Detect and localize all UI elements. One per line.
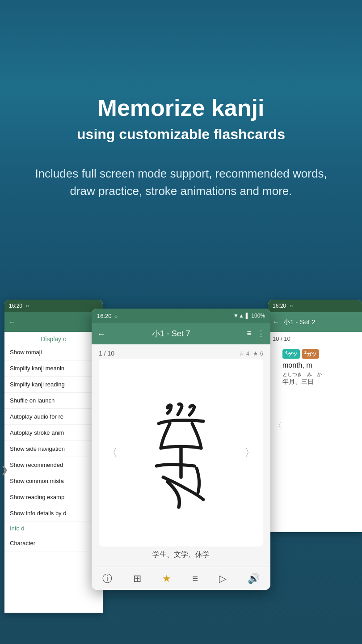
right-toolbar: ← 小1 - Set 2 xyxy=(268,312,362,332)
phone-main: 16:20 ○ ▼▲ ▌ 100% ← 小1 - Set 7 ≡ ⋮ 1 / 1… xyxy=(92,309,270,590)
setting-show-romaji[interactable]: Show romaji xyxy=(4,344,103,360)
setting-recommended[interactable]: Show recommended xyxy=(4,457,103,473)
toolbar-title: 小1 - Set 7 xyxy=(101,328,241,339)
play-nav-icon[interactable]: ▷ xyxy=(219,573,227,585)
main-toolbar: ← 小1 - Set 7 ≡ ⋮ xyxy=(92,323,270,344)
setting-reading-examples[interactable]: Show reading examp xyxy=(4,489,103,505)
status-right: ▼▲ ▌ 100% xyxy=(233,313,265,319)
card-stars: ☆ 4 ★ 6 xyxy=(239,350,263,357)
audio-nav-icon[interactable]: 🔊 xyxy=(248,573,260,585)
left-status-time: 16:20 xyxy=(9,303,22,309)
setting-autoplay-stroke[interactable]: Autoplay stroke anim xyxy=(4,425,103,441)
right-meaning: month, m xyxy=(282,361,353,369)
hero-subtitle: using customizable flashcards xyxy=(77,126,285,143)
info-nav-icon[interactable]: ⓘ xyxy=(102,572,112,585)
nav-next[interactable]: 〉 xyxy=(240,441,260,464)
left-status-icon: ○ xyxy=(26,303,29,309)
right-status-bar: 16:20 ○ xyxy=(268,300,362,312)
list-icon[interactable]: ≡ xyxy=(247,329,252,339)
main-status-time: 16:20 xyxy=(97,313,112,319)
setting-shuffle-launch[interactable]: Shuffle on launch xyxy=(4,393,103,409)
tag-gatsu: 2ガツ xyxy=(302,349,319,359)
tag-getsu: 4ゲツ xyxy=(282,349,300,359)
setting-character[interactable]: Character xyxy=(4,535,103,551)
display-options-title: Display o xyxy=(4,332,103,344)
left-toolbar: ← xyxy=(4,312,103,332)
right-back-icon[interactable]: ← xyxy=(273,318,280,326)
left-status-bar: 16:20 ○ xyxy=(4,300,103,312)
battery-text: 100% xyxy=(251,313,265,319)
vocab-tags: 4ゲツ 2ガツ xyxy=(282,349,353,359)
list-nav-icon[interactable]: ≡ xyxy=(192,573,198,585)
right-status-icon: ○ xyxy=(290,303,293,309)
setting-info-d[interactable]: Info d xyxy=(4,521,103,535)
screenshots-area: 16:20 ○ ← Display o Show romaji Simplify… xyxy=(0,295,362,644)
wifi-icon: ▼▲ xyxy=(233,313,244,319)
star-filled-count[interactable]: ★ 6 xyxy=(253,350,263,357)
right-reading-furigana: としつき み か xyxy=(282,371,353,378)
hero-section: Memorize kanji using customizable flashc… xyxy=(0,0,362,295)
right-toolbar-title: 小1 - Set 2 xyxy=(283,318,316,326)
right-counter: 10 / 10 xyxy=(273,335,358,342)
card-area: 1 / 10 ☆ 4 ★ 6 〈 xyxy=(92,344,270,567)
signal-icon: ▌ xyxy=(246,313,250,319)
hero-description: Includes full screen mode support, recom… xyxy=(29,165,333,200)
main-status-icon: ○ xyxy=(114,313,118,319)
left-back-icon[interactable]: ← xyxy=(9,318,15,326)
main-status-bar: 16:20 ○ ▼▲ ▌ 100% xyxy=(92,309,270,323)
hero-title: Memorize kanji xyxy=(98,95,265,121)
right-status-time: 16:20 xyxy=(273,303,286,309)
bottom-nav: ⓘ ⊞ ★ ≡ ▷ 🔊 xyxy=(92,567,270,590)
setting-simplify-reading[interactable]: Simplify kanji reading xyxy=(4,377,103,393)
right-content: 10 / 10 〈 4ゲツ 2ガツ month, m としつき み か 年 xyxy=(268,332,362,518)
flashcard-content[interactable]: 〈 xyxy=(99,359,263,547)
star-nav-icon[interactable]: ★ xyxy=(162,573,171,585)
kanji-character xyxy=(132,394,230,511)
card-compounds: 学生、文学、休学 xyxy=(99,547,263,561)
card-counter: 1 / 10 xyxy=(99,350,114,357)
more-icon[interactable]: ⋮ xyxy=(257,329,265,339)
status-left: 16:20 ○ xyxy=(97,313,118,319)
phone-left: 16:20 ○ ← Display o Show romaji Simplify… xyxy=(4,300,103,613)
left-arrow-indicator: ❯ xyxy=(1,464,8,475)
card-header: 1 / 10 ☆ 4 ★ 6 xyxy=(99,350,263,357)
setting-simplify-meaning[interactable]: Simplify kanji meanin xyxy=(4,360,103,377)
setting-info-details[interactable]: Show info details by d xyxy=(4,505,103,521)
toolbar-icons: ≡ ⋮ xyxy=(247,329,265,339)
right-nav-left[interactable]: 〈 xyxy=(274,421,282,431)
grid-nav-icon[interactable]: ⊞ xyxy=(133,573,141,585)
nav-prev[interactable]: 〈 xyxy=(102,441,122,464)
setting-autoplay-audio[interactable]: Autoplay audio for re xyxy=(4,409,103,425)
setting-common-mistakes[interactable]: Show common mista xyxy=(4,473,103,489)
setting-side-navigation[interactable]: Show side navigation xyxy=(4,441,103,457)
star-empty-count[interactable]: ☆ 4 xyxy=(239,350,249,357)
phone-right: 16:20 ○ ← 小1 - Set 2 10 / 10 〈 4ゲツ 2ガツ xyxy=(268,300,362,532)
right-reading-main: 年月、三日 xyxy=(282,378,353,386)
